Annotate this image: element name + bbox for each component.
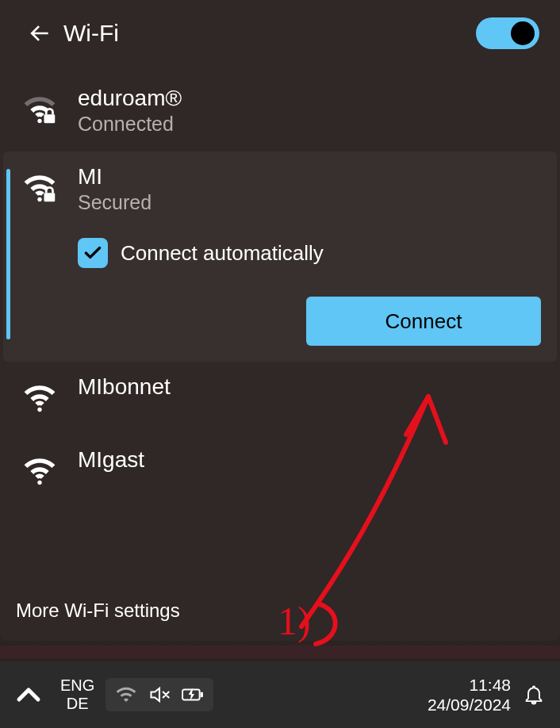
connect-button[interactable]: Connect	[306, 297, 541, 346]
network-name: MIbonnet	[78, 374, 171, 400]
volume-muted-icon	[148, 684, 171, 705]
battery-charging-icon	[182, 684, 204, 705]
wifi-icon	[17, 447, 62, 492]
network-item-migast[interactable]: MIgast	[0, 435, 560, 508]
taskbar-clock[interactable]: 11:48 24/09/2024	[428, 675, 511, 715]
wifi-tray-icon	[115, 684, 137, 705]
clock-time: 11:48	[469, 675, 511, 695]
language-primary: ENG	[60, 676, 94, 695]
taskbar: ENG DE 11:48 24/09/2024	[0, 661, 560, 728]
toggle-knob	[511, 21, 535, 45]
auto-connect-row[interactable]: Connect automatically	[78, 238, 543, 268]
svg-rect-0	[44, 114, 56, 123]
chevron-up-icon	[10, 676, 48, 714]
arrow-left-icon	[27, 21, 52, 46]
notifications-button[interactable]	[517, 678, 550, 711]
network-name: MIgast	[78, 447, 144, 473]
page-title: Wi-Fi	[63, 20, 119, 47]
svg-rect-1	[44, 193, 56, 201]
network-item-mibonnet[interactable]: MIbonnet	[0, 362, 560, 435]
wifi-toggle[interactable]	[476, 17, 539, 49]
network-status: Secured	[78, 191, 152, 214]
network-item-eduroam[interactable]: eduroam® Connected	[0, 73, 560, 151]
auto-connect-label: Connect automatically	[121, 241, 324, 266]
back-button[interactable]	[21, 14, 59, 52]
svg-rect-3	[201, 692, 203, 697]
network-name: eduroam®	[78, 86, 182, 111]
wifi-flyout: Wi-Fi eduroam® C	[0, 0, 560, 641]
auto-connect-checkbox[interactable]	[78, 238, 108, 268]
network-name: MI	[78, 164, 152, 190]
bell-icon	[523, 684, 545, 706]
more-wifi-settings-link[interactable]: More Wi-Fi settings	[16, 600, 180, 622]
check-icon	[82, 243, 103, 263]
network-status: Connected	[78, 113, 182, 136]
network-item-mi[interactable]: MI Secured Connect automatically Connect	[3, 151, 557, 362]
tray-overflow-button[interactable]	[10, 676, 48, 714]
clock-date: 24/09/2024	[428, 695, 511, 715]
wifi-icon	[17, 374, 62, 419]
desktop-strip	[0, 646, 560, 658]
flyout-header: Wi-Fi	[0, 0, 560, 67]
language-secondary: DE	[67, 695, 89, 713]
wifi-secured-icon	[17, 86, 62, 130]
wifi-secured-icon	[17, 164, 62, 209]
network-list: eduroam® Connected	[0, 67, 560, 508]
system-tray[interactable]	[105, 678, 213, 711]
language-indicator[interactable]: ENG DE	[60, 676, 94, 713]
